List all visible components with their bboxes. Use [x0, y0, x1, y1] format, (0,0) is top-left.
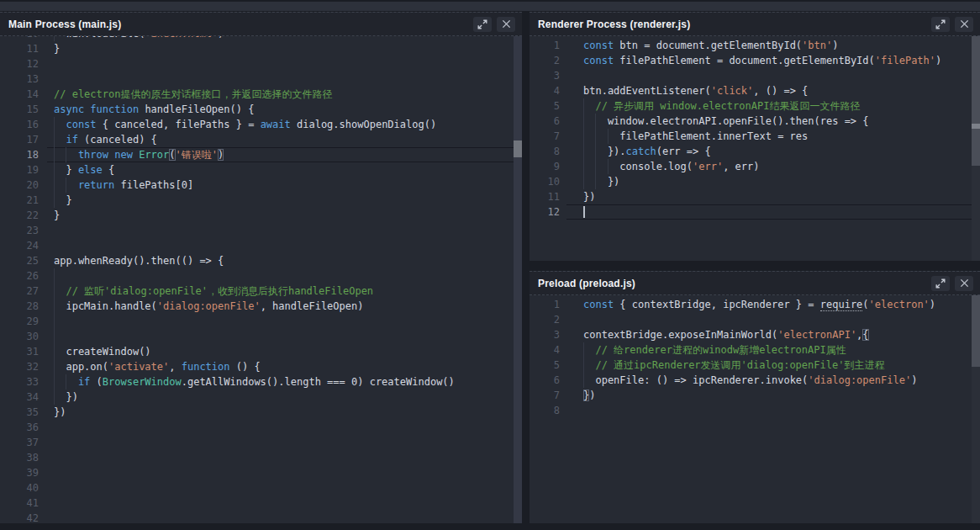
- indent-guide: [54, 162, 66, 178]
- code-line: 41: [0, 496, 514, 511]
- indent-guide: [583, 129, 595, 144]
- code-line-content: }): [566, 189, 972, 204]
- close-button[interactable]: [955, 276, 973, 291]
- indent-guide: [583, 98, 595, 114]
- line-number: 3: [530, 68, 566, 83]
- scrollbar[interactable]: [514, 36, 522, 523]
- panel-title: Preload (preload.js): [538, 278, 926, 289]
- code-line-content: // 给renderer进程的winodw新增electronAPI属性: [566, 342, 972, 358]
- code-line: 5// 异步调用 window.electronAPI结果返回一文件路径: [530, 98, 972, 114]
- code-line: 4// 给renderer进程的winodw新增electronAPI属性: [530, 342, 972, 358]
- line-number: 6: [530, 373, 566, 388]
- code-line-content: app.on('activate', function () {: [47, 359, 514, 374]
- code-line: 8: [530, 403, 972, 418]
- scrollbar[interactable]: [972, 295, 980, 523]
- code-line: 22}: [0, 208, 514, 223]
- indent-guide: [583, 144, 595, 159]
- indent-guide: [54, 132, 66, 147]
- code-line-content: } else {: [47, 162, 514, 178]
- scrollbar-thumb[interactable]: [514, 140, 522, 157]
- close-button[interactable]: [955, 17, 973, 32]
- code-line-content: [47, 450, 514, 465]
- line-number: 7: [530, 129, 566, 144]
- code-line: 30: [0, 329, 514, 344]
- indent-guide: [595, 174, 607, 189]
- code-editor-main[interactable]: 10win.loadFile('index.html')11}121314// …: [0, 36, 514, 523]
- code-line-content: }: [47, 193, 514, 208]
- close-button[interactable]: [497, 17, 515, 32]
- code-line: 26: [0, 268, 514, 284]
- expand-button[interactable]: [931, 276, 950, 291]
- line-number: 21: [0, 193, 47, 208]
- line-number: 8: [530, 403, 566, 418]
- panel-header: Main Process (main.js): [0, 13, 522, 36]
- code-line-content: const filePathElement = document.getElem…: [566, 53, 972, 68]
- line-number: 1: [530, 297, 566, 312]
- scrollbar-cursor-marker: [972, 124, 980, 129]
- line-number: 2: [530, 53, 566, 68]
- code-editor-renderer[interactable]: 1const btn = document.getElementById('bt…: [530, 36, 972, 261]
- indent-guide: [54, 268, 66, 284]
- line-number: 11: [530, 189, 566, 204]
- line-number: 14: [0, 87, 47, 102]
- code-line-content: }).catch(err => {: [566, 144, 972, 159]
- code-line: 1const { contextBridge, ipcRenderer } = …: [530, 297, 972, 312]
- code-line-content: async function handleFileOpen() {: [47, 102, 514, 117]
- line-number: 30: [0, 329, 47, 344]
- line-number: 33: [0, 374, 47, 390]
- code-line-content: [566, 403, 972, 418]
- editor-workspace: Main Process (main.js) 10win.loadFile('i…: [0, 0, 980, 530]
- code-line: 11}): [530, 189, 972, 204]
- close-icon: [502, 19, 511, 29]
- text-cursor: [583, 206, 585, 218]
- code-line-content: }: [47, 41, 514, 56]
- code-line-content: openFile: () => ipcRenderer.invoke('dial…: [566, 373, 972, 388]
- code-line-content: }): [566, 388, 972, 403]
- code-editor-preload[interactable]: 1const { contextBridge, ipcRenderer } = …: [530, 295, 972, 523]
- code-line-content: window.electronAPI.openFile().then(res =…: [566, 114, 972, 129]
- code-line-content: }): [566, 174, 972, 189]
- code-line-content: // 通过ipcRenderer发送调用'dialog:openFile'到主进…: [566, 358, 972, 373]
- line-number: 38: [0, 450, 47, 465]
- code-line: 16const { canceled, filePaths } = await …: [0, 117, 514, 132]
- line-number: 19: [0, 162, 47, 178]
- line-number: 41: [0, 496, 47, 511]
- code-line: 14// electron提供的原生对话框接口，并返回选择的文件路径: [0, 87, 514, 102]
- line-number: 3: [530, 327, 566, 342]
- code-line: 38: [0, 450, 514, 465]
- code-line-content: [566, 312, 972, 327]
- expand-button[interactable]: [931, 17, 950, 32]
- code-line: 8}).catch(err => {: [530, 144, 972, 159]
- expand-icon: [935, 278, 946, 289]
- code-line-content: }: [47, 208, 514, 223]
- code-line-content: if (BrowserWindow.getAllWindows().length…: [47, 374, 514, 390]
- code-line-content: [47, 238, 514, 253]
- code-line: 3: [530, 68, 972, 83]
- scrollbar-thumb[interactable]: [972, 295, 980, 367]
- code-line-content: [47, 56, 514, 72]
- scrollbar-thumb[interactable]: [972, 36, 980, 166]
- code-line-content: [47, 72, 514, 87]
- code-line: 3contextBridge.exposeInMainWorld('electr…: [530, 327, 972, 342]
- code-line: 20return filePaths[0]: [0, 178, 514, 193]
- indent-guide: [608, 159, 619, 174]
- line-number: 24: [0, 238, 47, 253]
- code-line: 6openFile: () => ipcRenderer.invoke('dia…: [530, 373, 972, 388]
- indent-guide: [66, 147, 77, 162]
- code-line: 12: [0, 56, 514, 72]
- code-line-content: btn.addEventListener('click', () => {: [566, 83, 972, 98]
- indent-guide: [66, 178, 77, 193]
- indent-guide: [66, 374, 77, 390]
- indent-guide: [583, 358, 595, 373]
- expand-button[interactable]: [473, 17, 492, 32]
- code-line-content: [47, 435, 514, 450]
- line-number: 28: [0, 299, 47, 314]
- code-line: 13: [0, 72, 514, 87]
- line-number: 5: [530, 358, 566, 373]
- indent-guide: [583, 174, 595, 189]
- code-line-content: const btn = document.getElementById('btn…: [566, 38, 972, 53]
- scrollbar[interactable]: [972, 36, 980, 261]
- code-line-content: [47, 268, 514, 284]
- line-number: 17: [0, 132, 47, 147]
- code-line: 19} else {: [0, 162, 514, 178]
